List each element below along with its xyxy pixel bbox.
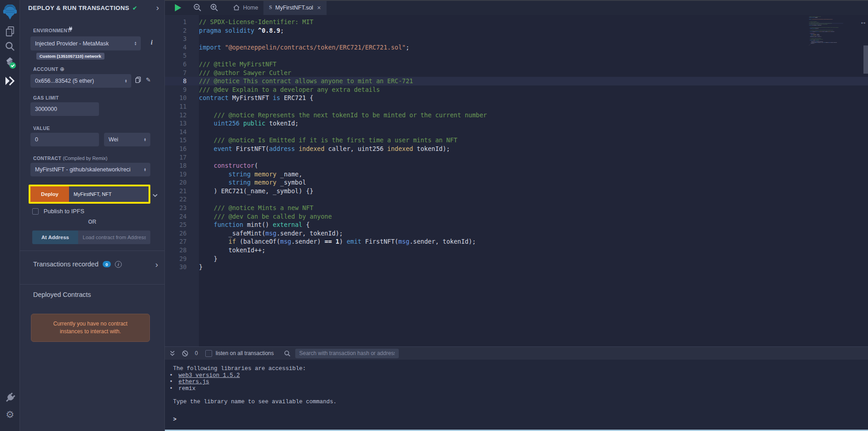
code-line: 3	[165, 35, 868, 43]
editor-scrollbar-thumb[interactable]	[863, 45, 868, 74]
code-line: 18 constructor(	[165, 161, 868, 170]
transactions-expand-chevron-icon[interactable]: ›	[155, 260, 158, 270]
edit-account-icon[interactable]: ✎	[146, 76, 151, 83]
code-lines: 1// SPDX-License-Identifier: MIT2pragma …	[165, 18, 868, 271]
tab-bar: Home S MyFirstNFT.sol ×	[165, 0, 868, 15]
publish-ipfs-label: Publish to IPFS	[44, 208, 84, 215]
close-tab-icon[interactable]: ×	[317, 4, 321, 11]
code-line: }	[809, 45, 843, 46]
account-select[interactable]: 0x656...83542 (5 ether) ▴▾	[30, 74, 131, 88]
resize-horizontal-icon[interactable]: ↔	[860, 18, 867, 25]
deploy-highlight-box: Deploy	[29, 185, 150, 204]
or-label: OR	[20, 219, 164, 225]
contract-select[interactable]: MyFirstNFT - github/skalenetwork/reci ▴▾	[30, 163, 150, 176]
terminal-search	[284, 349, 399, 358]
remix-logo[interactable]	[0, 5, 20, 21]
code-line: 24 /// @dev Can be called by anyone	[165, 212, 868, 221]
code-line: 22	[165, 195, 868, 204]
select-arrows-icon: ▴▾	[144, 138, 146, 142]
file-explorer-icon[interactable]	[0, 25, 20, 37]
code-line: 10contract MyFirstNFT is ERC721 {	[165, 94, 868, 102]
value-unit-select[interactable]: Wei ▴▾	[104, 133, 150, 146]
code-line: 8/// @notice This contract allows anyone…	[165, 77, 868, 85]
code-line: 4import "@openzeppelin/contracts/token/E…	[165, 43, 868, 52]
gas-limit-label: GAS LIMIT	[33, 95, 59, 100]
deploy-expand-chevron-icon[interactable]	[153, 191, 158, 199]
at-address-input[interactable]	[78, 231, 150, 244]
terminal: 0 listen on all transactions The followi…	[165, 346, 868, 431]
settings-icon[interactable]: ⚙	[0, 409, 20, 420]
transactions-count-badge: 0	[103, 261, 111, 267]
at-address-button[interactable]: At Address	[32, 231, 78, 244]
code-line: 16 event FirstNFT(address indexed caller…	[165, 145, 868, 153]
code-line: 15 /// @notice Is Emitted if it is the f…	[165, 136, 868, 145]
terminal-output[interactable]: The following libraries are accessible:•…	[165, 360, 868, 430]
code-line: 30}	[165, 263, 868, 271]
play-icon	[175, 4, 181, 11]
gas-limit-input[interactable]	[30, 102, 99, 116]
home-icon	[233, 4, 240, 11]
code-line: 12 /// @notice Represents the next token…	[165, 111, 868, 120]
terminal-line	[173, 392, 868, 399]
terminal-toolbar: 0 listen on all transactions	[165, 346, 868, 360]
copy-account-icon[interactable]	[135, 76, 141, 85]
publish-ipfs-row: Publish to IPFS	[32, 208, 84, 215]
environment-label: ENVIRONMENT	[33, 28, 70, 33]
terminal-line: The following libraries are accessible:	[173, 366, 868, 372]
clear-console-icon[interactable]	[182, 350, 188, 357]
select-arrows-icon: ▴▾	[144, 168, 146, 172]
code-line: 5	[165, 51, 868, 60]
environment-info-icon[interactable]: i	[151, 39, 153, 46]
code-line: 2pragma solidity ^0.8.9;	[165, 26, 868, 35]
deploy-run-icon[interactable]	[0, 75, 20, 87]
code-line: 19 string memory _name,	[165, 170, 868, 179]
terminal-expand-icon[interactable]	[169, 351, 175, 356]
zoom-out-button[interactable]	[193, 0, 202, 15]
tab-myfirstnft[interactable]: S MyFirstNFT.sol ×	[263, 0, 326, 15]
deploy-params-input[interactable]	[69, 186, 149, 202]
divider	[20, 251, 164, 251]
search-icon[interactable]	[0, 41, 20, 52]
contract-label: CONTRACT (Compiled by Remix)	[33, 155, 107, 161]
terminal-search-input[interactable]	[295, 349, 399, 358]
code-line: 11	[165, 102, 868, 111]
code-line: 7/// @author Sawyer Cutler	[165, 69, 868, 77]
code-editor[interactable]: 1// SPDX-License-Identifier: MIT2pragma …	[165, 15, 868, 346]
add-account-icon[interactable]: ⊕	[60, 66, 64, 72]
code-line: 17	[165, 153, 868, 162]
transactions-info-icon[interactable]: i	[115, 261, 122, 268]
tab-home[interactable]: Home	[228, 0, 263, 15]
code-line: 25 function mint() external {	[165, 221, 868, 229]
code-line: 28 tokenId++;	[165, 246, 868, 255]
plugin-manager-icon[interactable]	[0, 392, 20, 404]
value-input[interactable]	[30, 133, 99, 146]
terminal-prompt[interactable]: >	[173, 416, 868, 423]
panel-collapse-chevron-icon[interactable]: ›	[156, 4, 159, 12]
terminal-line: Type the library name to see available c…	[173, 399, 868, 406]
terminal-link-line[interactable]: • ethers.js	[173, 379, 868, 386]
listen-transactions-checkbox[interactable]	[205, 350, 212, 357]
at-address-row: At Address	[32, 231, 150, 244]
deploy-panel: DEPLOY & RUN TRANSACTIONS✔ › ENVIRONMENT…	[20, 0, 164, 431]
code-line: 21 ) ERC721(_name, _symbol) {}	[165, 187, 868, 195]
publish-ipfs-checkbox[interactable]	[32, 208, 39, 215]
listen-transactions-label: listen on all transactions	[216, 350, 274, 356]
main-area: Home S MyFirstNFT.sol × 1// SPDX-License…	[164, 0, 868, 431]
search-icon	[284, 350, 291, 357]
code-line: 23 /// @notice Mints a new NFT	[165, 204, 868, 212]
terminal-link-line[interactable]: • web3 version 1.5.2	[173, 372, 868, 379]
value-label: VALUE	[33, 125, 50, 131]
environment-select[interactable]: Injected Provider - MetaMask ▴▾	[30, 36, 141, 50]
compile-success-badge	[10, 62, 16, 69]
value-field	[30, 133, 99, 146]
minimap[interactable]: // SPDX-License-Identifier: MITpragma so…	[809, 16, 843, 66]
code-line: 9/// @dev Explain to a developer any ext…	[165, 85, 868, 94]
icon-rail: ⚙	[0, 0, 20, 431]
deploy-button[interactable]: Deploy	[30, 186, 69, 202]
solidity-compiler-icon[interactable]	[0, 56, 20, 70]
select-arrows-icon: ▴▾	[134, 41, 136, 45]
panel-check-icon: ✔	[133, 5, 137, 11]
run-script-button[interactable]	[175, 0, 181, 15]
zoom-in-button[interactable]	[210, 0, 218, 15]
network-badge: Custom (1351057110) network	[36, 53, 104, 60]
